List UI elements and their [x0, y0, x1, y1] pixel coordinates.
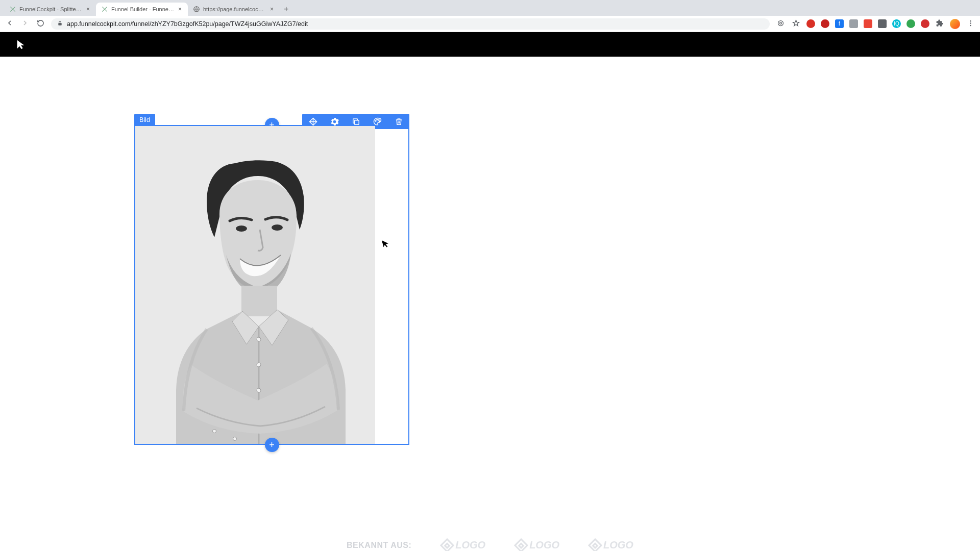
- svg-point-10: [378, 119, 379, 120]
- site-settings-icon[interactable]: [776, 19, 785, 29]
- logo-placeholder: LOGO: [516, 539, 559, 551]
- extension-icon[interactable]: [878, 19, 887, 28]
- extensions-menu-icon[interactable]: [935, 19, 944, 29]
- tab-title: Funnel Builder - FunnelCockpit: [111, 6, 174, 12]
- extension-icon[interactable]: [921, 19, 929, 28]
- svg-rect-1: [58, 23, 61, 26]
- svg-point-9: [376, 119, 377, 120]
- browser-tab[interactable]: https://page.funnelcockpit.co ×: [188, 3, 280, 16]
- star-icon[interactable]: [791, 19, 800, 29]
- url-text: app.funnelcockpit.com/funnel/zhYZY7bGzgo…: [67, 20, 308, 28]
- app-header: [0, 32, 980, 57]
- favicon-icon: [101, 6, 108, 13]
- logo-placeholder: LOGO: [442, 539, 485, 551]
- close-icon[interactable]: ×: [85, 6, 91, 13]
- close-icon[interactable]: ×: [177, 6, 183, 13]
- new-tab-button[interactable]: +: [280, 3, 292, 16]
- svg-point-4: [970, 20, 971, 21]
- selected-element[interactable]: Bild +: [134, 125, 409, 445]
- lock-icon: [57, 20, 63, 27]
- svg-point-18: [257, 388, 261, 392]
- element-type-label: Bild: [134, 114, 155, 126]
- svg-point-20: [213, 430, 216, 433]
- url-field[interactable]: app.funnelcockpit.com/funnel/zhYZY7bGzgo…: [51, 18, 770, 30]
- forward-button[interactable]: [20, 19, 30, 29]
- known-from-label: BEKANNT AUS:: [347, 541, 411, 550]
- extension-icon[interactable]: [906, 19, 915, 28]
- favicon-icon: [9, 6, 16, 13]
- profile-avatar[interactable]: [950, 19, 960, 29]
- add-below-button[interactable]: +: [265, 438, 279, 452]
- svg-point-2: [778, 20, 783, 26]
- back-button[interactable]: [5, 19, 14, 29]
- svg-point-16: [257, 337, 261, 341]
- address-bar: app.funnelcockpit.com/funnel/zhYZY7bGzgo…: [0, 16, 980, 32]
- svg-point-13: [236, 226, 247, 232]
- svg-point-17: [257, 363, 261, 367]
- extension-icon[interactable]: IQ: [892, 19, 901, 28]
- reload-button[interactable]: [36, 19, 45, 29]
- extension-icon[interactable]: [864, 19, 872, 28]
- extension-icon[interactable]: [806, 19, 815, 28]
- tab-title: https://page.funnelcockpit.co: [203, 6, 266, 12]
- svg-point-6: [970, 24, 971, 26]
- browser-tab[interactable]: FunnelCockpit - Splittests, Ma ×: [4, 3, 96, 16]
- svg-point-14: [272, 224, 283, 231]
- placeholder-image: [135, 126, 375, 444]
- logo-placeholder: LOGO: [590, 539, 633, 551]
- tab-title: FunnelCockpit - Splittests, Ma: [19, 6, 82, 12]
- close-icon[interactable]: ×: [269, 6, 275, 13]
- svg-point-3: [779, 22, 781, 24]
- extensions-row: f IQ: [806, 19, 975, 29]
- image-element[interactable]: [134, 125, 409, 445]
- svg-point-21: [233, 437, 237, 441]
- svg-point-11: [379, 121, 380, 122]
- extension-icon[interactable]: f: [835, 19, 844, 28]
- app-logo-icon: [15, 39, 27, 50]
- browser-tab-strip: FunnelCockpit - Splittests, Ma × Funnel …: [0, 0, 980, 16]
- extension-icon[interactable]: [849, 19, 858, 28]
- browser-tab-active[interactable]: Funnel Builder - FunnelCockpit ×: [96, 3, 188, 16]
- known-from-section: BEKANNT AUS: LOGO LOGO LOGO: [0, 534, 980, 551]
- extension-icon[interactable]: [821, 19, 829, 28]
- favicon-icon: [193, 6, 200, 13]
- svg-rect-7: [354, 120, 359, 124]
- delete-button[interactable]: [388, 114, 409, 129]
- svg-point-5: [970, 22, 971, 24]
- editor-canvas[interactable]: Bild +: [0, 57, 980, 551]
- menu-dots-icon[interactable]: [966, 19, 975, 29]
- svg-point-8: [375, 120, 376, 121]
- svg-rect-15: [241, 286, 277, 316]
